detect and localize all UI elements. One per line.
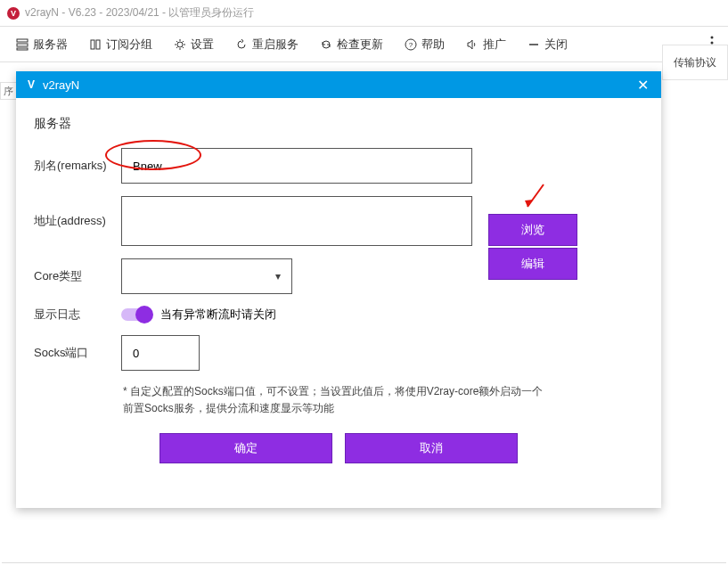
ok-button-label: 确定: [234, 440, 258, 456]
edit-button[interactable]: 编辑: [488, 248, 577, 280]
toolbar-close[interactable]: 关闭: [519, 31, 577, 58]
ok-button[interactable]: 确定: [160, 433, 332, 463]
edit-button-label: 编辑: [521, 256, 544, 272]
label-socks-port: Socks端口: [34, 345, 121, 361]
speaker-icon: [466, 38, 479, 51]
cancel-button-label: 取消: [420, 440, 443, 456]
dialog-body: 服务器 别名(remarks) 地址(address) Core类型 ▾ 显示日…: [16, 98, 661, 508]
toolbar-servers-label: 服务器: [33, 37, 68, 53]
toolbar-help[interactable]: ? 帮助: [396, 31, 454, 58]
minimize-icon: [528, 38, 540, 51]
dialog-close-button[interactable]: ✕: [634, 77, 652, 94]
browse-button[interactable]: 浏览: [488, 214, 577, 246]
main-toolbar: 服务器 订阅分组 设置 重启服务 检查更新 ? 帮助 推广: [0, 27, 728, 62]
svg-point-9: [711, 37, 714, 39]
toolbar-restart-label: 重启服务: [252, 37, 299, 53]
toggle-hint-text: 当有异常断流时请关闭: [160, 307, 276, 323]
dialog-titlebar[interactable]: V v2rayN ✕: [16, 71, 661, 98]
svg-point-5: [177, 42, 183, 47]
show-log-toggle[interactable]: [121, 308, 151, 321]
address-input[interactable]: [121, 196, 472, 246]
browse-button-label: 浏览: [521, 222, 544, 238]
toolbar-promo-label: 推广: [483, 37, 506, 53]
svg-rect-3: [91, 40, 94, 49]
window-bottom-border: [2, 562, 726, 563]
toolbar-help-label: 帮助: [421, 37, 445, 53]
restart-icon: [235, 38, 248, 51]
update-icon: [320, 38, 332, 51]
socks-help-text: * 自定义配置的Socks端口值，可不设置；当设置此值后，将使用V2ray-co…: [123, 383, 551, 417]
bg-column-protocol-label: 传输协议: [674, 55, 716, 70]
toolbar-sub-group-label: 订阅分组: [106, 37, 152, 53]
app-logo-icon: V: [7, 7, 20, 20]
core-type-select[interactable]: ▾: [121, 258, 292, 294]
label-show-log: 显示日志: [34, 307, 121, 323]
toolbar-sub-group[interactable]: 订阅分组: [80, 31, 161, 58]
toolbar-update-label: 检查更新: [337, 37, 383, 53]
gear-icon: [174, 38, 186, 51]
help-icon: ?: [405, 38, 417, 51]
toolbar-check-update[interactable]: 检查更新: [311, 31, 392, 58]
cancel-button[interactable]: 取消: [345, 433, 518, 463]
close-icon: ✕: [637, 78, 649, 93]
server-config-dialog: V v2rayN ✕ 服务器 别名(remarks) 地址(address) C…: [16, 71, 661, 508]
sub-group-icon: [89, 38, 102, 51]
svg-rect-0: [17, 39, 28, 42]
label-address: 地址(address): [34, 213, 121, 229]
svg-rect-4: [96, 40, 100, 49]
window-titlebar: V v2rayN - V6.23 - 2023/04/21 - 以管理员身份运行: [0, 0, 728, 27]
chevron-down-icon: ▾: [275, 270, 281, 282]
socks-port-input[interactable]: [121, 335, 200, 371]
section-title-server: 服务器: [34, 116, 643, 132]
dialog-app-icon: V: [25, 78, 37, 91]
svg-rect-2: [17, 48, 28, 50]
window-title: v2rayN - V6.23 - 2023/04/21 - 以管理员身份运行: [25, 5, 254, 20]
bg-left-column-stub: 序: [0, 82, 16, 100]
svg-rect-1: [17, 44, 28, 46]
remarks-input[interactable]: [121, 148, 472, 184]
servers-icon: [16, 38, 29, 51]
svg-text:?: ?: [409, 41, 413, 49]
label-remarks: 别名(remarks): [34, 158, 121, 174]
toolbar-close-label: 关闭: [544, 37, 568, 53]
toolbar-promo[interactable]: 推广: [457, 31, 515, 58]
label-core-type: Core类型: [34, 268, 121, 284]
toolbar-servers[interactable]: 服务器: [7, 31, 77, 58]
toolbar-restart-service[interactable]: 重启服务: [226, 31, 307, 58]
toolbar-settings-label: 设置: [191, 37, 214, 53]
toggle-knob: [135, 306, 153, 323]
dialog-title: v2rayN: [43, 78, 79, 92]
bg-column-protocol: 传输协议: [662, 45, 728, 80]
toolbar-settings[interactable]: 设置: [165, 31, 223, 58]
